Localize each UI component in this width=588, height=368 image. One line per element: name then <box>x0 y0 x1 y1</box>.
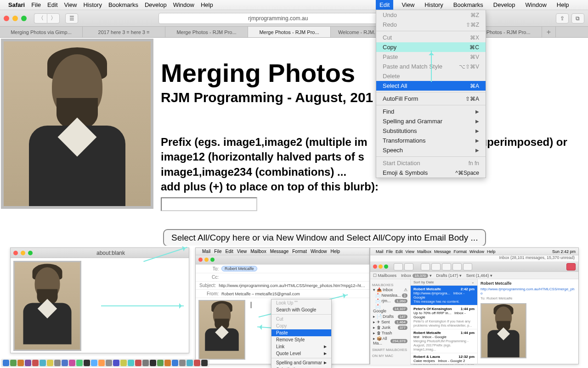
dock-app-icon[interactable] <box>69 360 75 366</box>
mailm-btn-3[interactable] <box>421 263 430 270</box>
prefix-input[interactable] <box>161 197 257 211</box>
edit-select-all[interactable]: Select All⌘A <box>376 81 486 91</box>
dock-app-icon[interactable] <box>25 360 31 366</box>
edit-emoji[interactable]: Emoji & Symbols^⌘Space <box>376 168 486 178</box>
preview-url[interactable]: http://www.rjmprogramming.com.au/HTMLCSS… <box>481 287 576 295</box>
ctx-search[interactable]: Search with Google <box>271 306 331 313</box>
overlay-menu-bookmarks[interactable]: Bookmarks <box>452 1 485 8</box>
ctx-paste[interactable]: Paste <box>271 329 331 336</box>
mailm-btn-5[interactable] <box>442 263 451 270</box>
menubar-appname[interactable]: Safari <box>8 1 25 8</box>
side-junk[interactable]: ▸ 🗑 Junk377 <box>372 325 408 330</box>
mailm-menu-format[interactable]: Format <box>453 249 467 254</box>
menu-bookmarks[interactable]: Bookmarks <box>108 1 138 8</box>
dock-app-icon[interactable] <box>172 360 178 366</box>
message-row[interactable]: Robert Metcalfe1:44 pmtest Inbox - Googl… <box>411 329 477 353</box>
mailm-menu-mailbox[interactable]: Mailbox <box>417 249 431 254</box>
dock-app-icon[interactable] <box>47 360 53 366</box>
mailm-menu-help[interactable]: Help <box>487 249 496 254</box>
edit-undo[interactable]: Undo⌘Z <box>376 10 486 20</box>
mailm-menu-edit[interactable]: Edit <box>396 249 403 254</box>
mailc-menu-file[interactable]: File <box>214 249 221 254</box>
mailm-menu-view[interactable]: View <box>406 249 414 254</box>
dock-app-icon[interactable] <box>128 360 134 366</box>
edit-cut[interactable]: Cut⌘X <box>376 33 486 42</box>
dock-app-icon[interactable] <box>62 360 68 366</box>
dock-app-icon[interactable] <box>142 360 149 366</box>
dock-app-icon[interactable] <box>76 360 83 366</box>
mailm-menu-message[interactable]: Message <box>434 249 451 254</box>
edit-autofill[interactable]: AutoFill Form⇧⌘A <box>376 94 486 104</box>
back-button[interactable]: 〈 <box>34 13 47 23</box>
menu-edit[interactable]: Edit <box>47 1 57 8</box>
mailm-btn-7[interactable] <box>463 263 472 270</box>
side-sent[interactable]: ▸ ✈ Sent1,464 <box>372 319 408 325</box>
mailc-menu-help[interactable]: Help <box>331 249 340 254</box>
mailc-zoom-icon[interactable] <box>210 258 215 262</box>
dock-app-icon[interactable] <box>10 360 17 366</box>
message-row[interactable]: Peter's Of Kensington1:44 pmUp to 70% of… <box>411 305 477 329</box>
share-button[interactable]: ⇪ <box>556 13 569 23</box>
edit-spelling[interactable]: Spelling and Grammar▶ <box>376 116 486 126</box>
ctx-subs[interactable]: Substitutions▶ <box>271 366 331 368</box>
dock-app-icon[interactable] <box>91 360 97 366</box>
overlay-menu-history[interactable]: History <box>423 1 445 8</box>
side-newslea[interactable]: 📩 Newslea...3 <box>372 293 408 298</box>
dock-app-icon[interactable] <box>32 360 39 366</box>
mailc-menu-format[interactable]: Format <box>292 249 307 254</box>
dock-app-icon[interactable] <box>54 360 61 366</box>
mailc-menu-message[interactable]: Message <box>270 249 289 254</box>
tab-0[interactable]: Merging Photos via Gimp... <box>0 27 83 37</box>
edit-dictation[interactable]: Start Dictationfn fn <box>376 158 486 168</box>
menu-develop[interactable]: Develop <box>145 1 167 8</box>
edit-find[interactable]: Find▶ <box>376 107 486 116</box>
from-value[interactable]: Robert Metcalfe – rmetcalfe15@gmail.com <box>221 292 300 296</box>
ctx-quote[interactable]: Quote Level▶ <box>271 350 331 357</box>
subject-value[interactable]: http://www.rjmprogramming.com.au/HTMLCSS… <box>219 283 366 288</box>
dock-app-icon[interactable] <box>84 360 90 366</box>
dock-app-icon[interactable] <box>40 360 46 366</box>
fav-drafts[interactable]: Drafts <box>436 273 447 278</box>
minimize-icon[interactable] <box>12 16 18 21</box>
dock-app-icon[interactable] <box>187 360 193 366</box>
edit-substitutions[interactable]: Substitutions▶ <box>376 126 486 136</box>
dock-app-icon[interactable] <box>98 360 105 366</box>
mailm-btn-6[interactable] <box>452 263 462 270</box>
fav-mailboxes[interactable]: Mailboxes <box>378 273 397 278</box>
menu-window[interactable]: Window <box>173 1 194 8</box>
address-bar[interactable]: rjmprogramming.com.au <box>158 13 397 24</box>
mailm-close-icon[interactable] <box>373 264 377 269</box>
mailm-btn-4[interactable] <box>431 263 441 270</box>
dock-app-icon[interactable] <box>3 360 9 366</box>
sidebar-button[interactable]: ☰ <box>65 13 78 23</box>
tab-3[interactable]: Merge Photos - RJM Pro... <box>248 27 331 37</box>
mailm-zoom-icon[interactable] <box>384 264 388 269</box>
dock-app-icon[interactable] <box>120 360 127 366</box>
to-value[interactable]: Robert Metcalfe <box>221 266 257 271</box>
mailm-btn-1[interactable] <box>394 263 403 270</box>
overlay-menu-view[interactable]: View <box>400 1 416 8</box>
dock-app-icon[interactable] <box>201 360 208 366</box>
ctx-cut[interactable]: Cut <box>271 316 331 322</box>
dock-app-icon[interactable] <box>135 360 141 366</box>
forward-button[interactable]: 〉 <box>47 13 60 23</box>
edit-redo[interactable]: Redo⇧⌘Z <box>376 20 486 29</box>
side-trash[interactable]: ▸ 🗑 Trash <box>372 330 408 336</box>
edit-transformations[interactable]: Transformations▶ <box>376 136 486 145</box>
dock-app-icon[interactable] <box>194 360 200 366</box>
dock-app-icon[interactable] <box>150 360 156 366</box>
dock-app-icon[interactable] <box>164 360 171 366</box>
mini1-minimize-icon[interactable] <box>21 251 25 255</box>
side-drafts[interactable]: ▸ 📄 Drafts147 <box>372 314 408 319</box>
message-row[interactable]: Robert & Laura12:32 pmCake recipes Inbox… <box>411 353 477 365</box>
edit-speech[interactable]: Speech▶ <box>376 145 486 155</box>
tab-2[interactable]: Merge Photos - RJM Pro... <box>165 27 248 37</box>
ctx-remove-style[interactable]: Remove Style <box>271 336 331 343</box>
message-row[interactable]: Robert Metcalfe2:42 pmhttp://www.rjmprog… <box>411 286 477 305</box>
side-inbox[interactable]: ▾ 📥 Inbox⚠ <box>372 287 408 293</box>
mailc-menu-view[interactable]: View <box>237 249 247 254</box>
mailm-min-icon[interactable] <box>379 264 383 269</box>
mailc-menu-edit[interactable]: Edit <box>225 249 233 254</box>
mailc-min-icon[interactable] <box>204 258 209 262</box>
mailc-close-icon[interactable] <box>198 258 203 262</box>
